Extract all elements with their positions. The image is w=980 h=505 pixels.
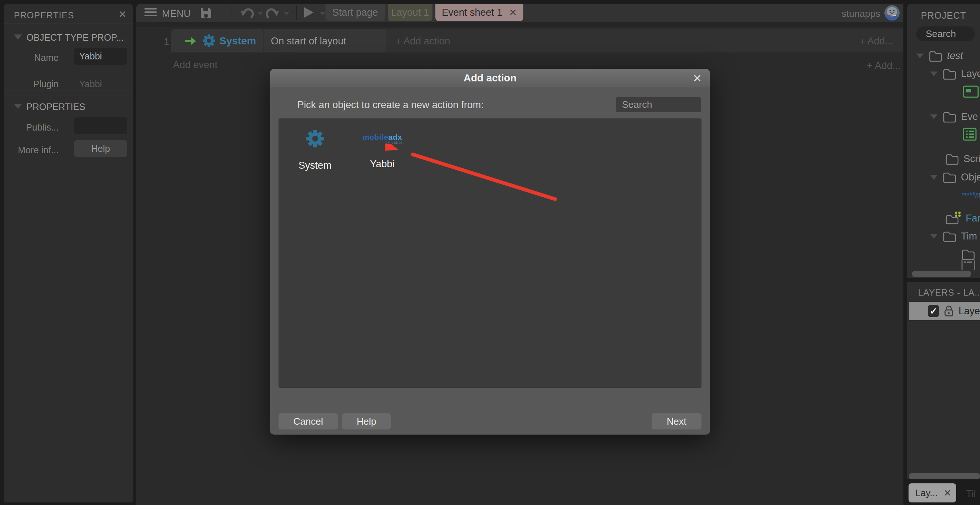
divider	[136, 22, 904, 27]
layer-row[interactable]: ✓ Laye	[909, 302, 980, 320]
layer-visibility-checkbox[interactable]: ✓	[928, 305, 939, 317]
tree-item-timelines-folder[interactable]: Tim	[930, 227, 980, 245]
add-link-bottom[interactable]: + Add...	[867, 60, 900, 72]
tree-item-event-sheets-folder[interactable]: Eve	[930, 108, 980, 126]
tab-label: Start page	[332, 7, 378, 18]
plugin-label: Plugin	[4, 79, 59, 89]
tree-item-layout[interactable]	[963, 83, 980, 100]
menu-icon[interactable]	[145, 8, 157, 16]
name-label: Name	[4, 53, 59, 63]
event-action-cell[interactable]: + Add action + Add...	[386, 29, 904, 53]
event-condition-cell[interactable]: System On start of layout	[171, 29, 386, 53]
avatar[interactable]	[885, 5, 900, 22]
folder-icon	[929, 50, 943, 62]
project-panel: PROJECT test Laye	[907, 4, 980, 278]
tab-layers-active[interactable]: Lay... ✕	[908, 483, 956, 502]
tree-item-label: test	[947, 50, 963, 62]
expander-icon[interactable]	[916, 54, 924, 58]
check-icon: ✓	[930, 306, 937, 317]
folder-icon	[943, 230, 956, 242]
construct3-app: PROPERTIES ✕ OBJECT TYPE PROP... Name Pl…	[0, 0, 980, 505]
tab-close-icon[interactable]: ✕	[944, 488, 951, 499]
cancel-button[interactable]: Cancel	[278, 413, 338, 429]
object-item-system[interactable]: System	[292, 130, 338, 171]
help-button[interactable]: Help	[342, 413, 391, 429]
folder-icon	[943, 111, 956, 123]
event-object-name[interactable]: System	[220, 35, 256, 47]
tree-item-label: Tim	[961, 231, 977, 242]
section-collapse-icon[interactable]	[14, 104, 22, 109]
horizontal-scrollbar[interactable]	[909, 473, 980, 480]
main-toolbar: MENU	[136, 4, 904, 22]
add-event-link[interactable]: Add event	[173, 59, 218, 71]
menu-button[interactable]: MENU	[162, 8, 191, 19]
expander-icon[interactable]	[930, 115, 937, 119]
tab-label: Layout 1	[391, 7, 429, 18]
red-annotation-arrow	[385, 144, 568, 212]
redo-dropdown-icon[interactable]	[284, 12, 290, 15]
properties-panel: PROPERTIES ✕ OBJECT TYPE PROP... Name Pl…	[4, 4, 133, 502]
redo-icon[interactable]	[265, 6, 281, 21]
event-sheet-icon	[963, 127, 977, 141]
tree-item-scripts-folder[interactable]: Scri	[945, 150, 980, 167]
divider	[4, 23, 133, 24]
mobileadx-logo-icon: mobileadx by yabbi	[962, 191, 980, 198]
dialog-title: Add action	[270, 69, 710, 87]
help-button[interactable]: Help	[74, 140, 127, 157]
layout-icon	[963, 86, 979, 98]
next-button[interactable]: Next	[652, 413, 702, 429]
add-action-link[interactable]: + Add action	[395, 35, 450, 47]
folder-icon	[945, 153, 959, 165]
section-collapse-icon[interactable]	[14, 35, 22, 40]
tab-event-sheet-1[interactable]: Event sheet 1 ✕	[435, 4, 523, 21]
tree-item-label: Laye	[961, 68, 980, 80]
event-number: 1	[151, 36, 169, 48]
expander-icon[interactable]	[930, 234, 937, 239]
tree-item-partial[interactable]	[961, 260, 980, 270]
expander-icon[interactable]	[930, 175, 937, 180]
divider	[232, 5, 232, 20]
undo-dropdown-icon[interactable]	[257, 12, 263, 15]
horizontal-scrollbar[interactable]	[912, 271, 971, 277]
layers-panel-title: LAYERS - LA...	[907, 282, 980, 298]
families-folder-icon	[945, 211, 961, 226]
tree-item-yabbi-plugin[interactable]: mobileadx by yabbi	[962, 186, 980, 203]
tab-layout-1[interactable]: Layout 1	[388, 4, 433, 21]
system-gear-icon	[203, 35, 215, 48]
properties-panel-title: PROPERTIES	[14, 10, 74, 21]
tab-start-page[interactable]: Start page	[325, 4, 385, 21]
dialog-prompt: Pick an object to create a new action fr…	[297, 99, 484, 111]
add-link-top[interactable]: + Add...	[859, 35, 893, 47]
section-properties-title: PROPERTIES	[26, 102, 85, 112]
tree-item-object-types-folder[interactable]: Obje	[930, 168, 980, 186]
tab-label: Event sheet 1	[442, 7, 503, 18]
tree-item-label: Fam	[966, 213, 980, 224]
tab-close-icon[interactable]: ✕	[509, 7, 517, 18]
dialog-close-icon[interactable]: ✕	[693, 72, 702, 85]
expander-icon[interactable]	[930, 72, 937, 76]
tree-item-project-root[interactable]: test	[916, 47, 980, 65]
tree-item-layouts-folder[interactable]: Laye	[930, 65, 980, 83]
play-icon[interactable]	[304, 7, 314, 19]
project-search-input[interactable]	[916, 26, 975, 41]
divider	[4, 91, 133, 91]
tree-item-label: Eve	[961, 111, 978, 123]
undo-icon[interactable]	[239, 6, 255, 21]
dialog-search-input[interactable]	[616, 97, 701, 112]
publisher-field[interactable]	[74, 117, 127, 134]
dialog-titlebar[interactable]: Add action ✕	[270, 69, 710, 87]
unlock-icon[interactable]	[944, 305, 954, 317]
add-action-dialog: Add action ✕ Pick an object to create a …	[270, 69, 710, 435]
tree-item-event-sheet[interactable]	[963, 126, 980, 143]
username[interactable]: stunapps	[815, 8, 880, 19]
folder-icon	[961, 248, 975, 260]
event-condition-text[interactable]: On start of layout	[271, 35, 346, 47]
tree-item-families-folder[interactable]: Fam	[945, 209, 980, 227]
tab-tilemap[interactable]: Til	[966, 488, 975, 500]
name-field[interactable]	[74, 48, 127, 65]
publisher-label: Publis...	[4, 122, 59, 133]
play-dropdown-icon[interactable]	[320, 12, 325, 15]
properties-close-icon[interactable]: ✕	[118, 9, 126, 20]
layer-name: Laye	[958, 306, 980, 317]
save-icon[interactable]	[199, 6, 213, 21]
